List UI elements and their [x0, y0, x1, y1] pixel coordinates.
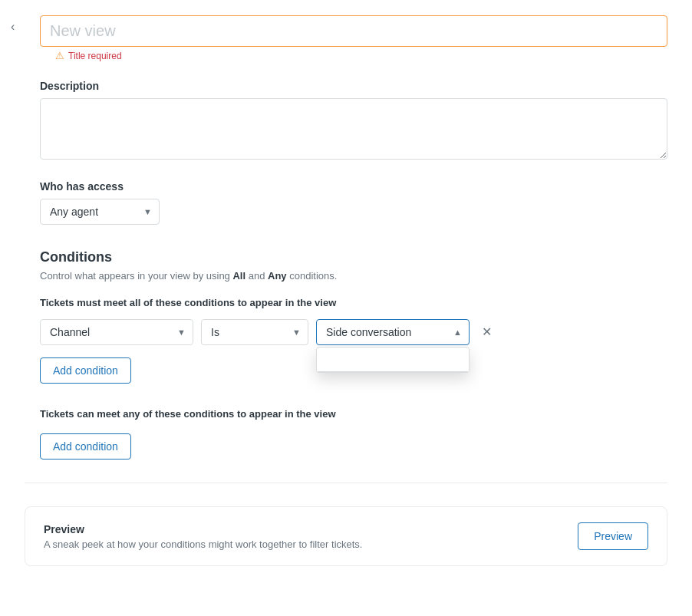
- conditions-desc-pre: Control what appears in your view by usi…: [40, 270, 232, 282]
- title-input[interactable]: [40, 15, 667, 47]
- access-select[interactable]: Any agent Specific agents Agents in grou…: [40, 199, 160, 225]
- condition-row-1: Channel Status Priority Assignee Group T…: [40, 319, 667, 345]
- value-dropdown-popup: [316, 347, 470, 373]
- add-condition-button-all[interactable]: Add condition: [40, 357, 131, 384]
- access-section: Who has access Any agent Specific agents…: [40, 180, 667, 225]
- description-textarea[interactable]: [40, 98, 667, 160]
- description-section: Description: [40, 80, 667, 162]
- field-select[interactable]: Channel Status Priority Assignee Group T…: [40, 319, 193, 345]
- preview-title: Preview: [44, 523, 363, 535]
- preview-section: Preview A sneak peek at how your conditi…: [25, 506, 667, 566]
- conditions-desc-all: All: [232, 270, 245, 282]
- any-conditions-section: Tickets can meet any of these conditions…: [40, 408, 667, 460]
- preview-text-block: Preview A sneak peek at how your conditi…: [44, 523, 363, 550]
- back-button[interactable]: ‹: [8, 17, 18, 37]
- condition-value-wrapper: ▲: [316, 319, 470, 345]
- access-label: Who has access: [40, 180, 667, 193]
- conditions-desc-mid: and: [245, 270, 268, 282]
- field-select-wrapper: Channel Status Priority Assignee Group T…: [40, 319, 193, 345]
- dropdown-search-input[interactable]: [317, 348, 469, 372]
- remove-condition-button[interactable]: ✕: [477, 323, 496, 341]
- title-section: ⚠ Title required: [40, 15, 667, 61]
- title-error-text: Title required: [68, 51, 122, 61]
- page-container: ‹ ⚠ Title required Description Who has a…: [0, 0, 692, 616]
- conditions-title: Conditions: [40, 249, 667, 265]
- preview-desc: A sneak peek at how your conditions migh…: [44, 539, 363, 550]
- divider: [25, 483, 667, 483]
- add-condition-button-any[interactable]: Add condition: [40, 433, 131, 460]
- warning-icon: ⚠: [55, 50, 64, 61]
- condition-value-input[interactable]: [316, 319, 470, 345]
- any-conditions-label: Tickets can meet any of these conditions…: [40, 408, 667, 420]
- preview-button[interactable]: Preview: [578, 522, 648, 550]
- conditions-desc: Control what appears in your view by usi…: [40, 270, 667, 282]
- operator-select-wrapper: Is Is not Contains Does not contain ▼: [201, 319, 308, 345]
- access-select-wrapper: Any agent Specific agents Agents in grou…: [40, 199, 160, 225]
- all-conditions-label: Tickets must meet all of these condition…: [40, 297, 667, 308]
- operator-select[interactable]: Is Is not Contains Does not contain: [201, 319, 308, 345]
- conditions-desc-any: Any: [268, 270, 287, 282]
- conditions-section: Conditions Control what appears in your …: [40, 249, 667, 460]
- conditions-desc-post: conditions.: [287, 270, 338, 282]
- title-error: ⚠ Title required: [55, 50, 667, 61]
- description-label: Description: [40, 80, 667, 92]
